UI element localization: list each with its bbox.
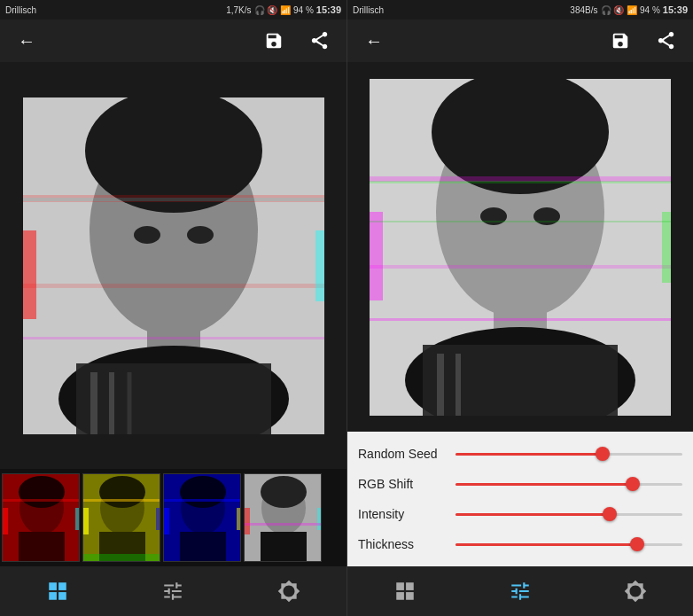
left-panel: [0, 62, 346, 616]
right-time: 15:39: [663, 4, 688, 15]
right-save-button[interactable]: [604, 25, 636, 57]
left-bottom-nav: [0, 566, 346, 616]
svg-rect-66: [370, 221, 671, 222]
right-status-bar: Drillisch 384B/s 🎧 🔇 📶 94 % 15:39: [346, 0, 693, 19]
svg-rect-63: [370, 212, 383, 300]
left-nav-grid[interactable]: [35, 569, 80, 613]
intensity-row: Intensity: [358, 499, 682, 529]
svg-rect-28: [83, 508, 89, 534]
svg-point-6: [187, 226, 214, 244]
left-nav-sliders[interactable]: [151, 569, 195, 613]
svg-rect-8: [23, 284, 324, 288]
svg-point-41: [261, 476, 307, 508]
left-image-area: [0, 62, 346, 469]
svg-rect-48: [49, 592, 57, 600]
right-back-button[interactable]: ←: [358, 25, 390, 57]
svg-rect-69: [396, 592, 404, 600]
svg-rect-16: [23, 337, 324, 339]
thickness-label: Thickness: [358, 537, 447, 551]
svg-rect-47: [58, 582, 66, 590]
thumb-red[interactable]: [2, 473, 80, 562]
controls-panel: Random Seed RGB Shift Intensity: [347, 432, 693, 566]
svg-rect-65: [370, 318, 671, 321]
right-share-button[interactable]: [650, 25, 682, 57]
random-seed-row: Random Seed: [358, 439, 682, 469]
svg-rect-43: [245, 508, 250, 534]
left-status-bar: Drillisch 1,7K/s 🎧 🔇 📶 94 % 15:39: [0, 0, 346, 19]
svg-rect-35: [180, 532, 226, 562]
svg-point-26: [99, 476, 145, 508]
svg-rect-44: [317, 508, 322, 530]
intensity-slider[interactable]: [456, 513, 682, 516]
rgb-shift-row: RGB Shift: [358, 469, 682, 499]
left-toolbar: ←: [0, 19, 346, 62]
svg-rect-20: [19, 532, 65, 562]
svg-rect-14: [23, 230, 36, 319]
left-back-button[interactable]: ←: [11, 25, 43, 57]
left-portrait-svg: [23, 97, 324, 434]
random-seed-label: Random Seed: [358, 447, 447, 461]
left-nav-brightness[interactable]: [267, 569, 311, 613]
svg-point-34: [180, 476, 226, 508]
svg-rect-23: [3, 499, 80, 502]
svg-rect-30: [83, 499, 160, 502]
left-thumbnails: [0, 469, 346, 566]
left-icons: 🎧 🔇 📶: [254, 5, 292, 15]
svg-rect-49: [58, 592, 66, 600]
left-battery: 94 %: [293, 5, 314, 15]
thumb-yellow-img: [83, 474, 160, 562]
left-main-image: [23, 97, 324, 434]
right-image-area: [347, 62, 693, 432]
intensity-label: Intensity: [358, 507, 447, 521]
left-time: 15:39: [316, 4, 341, 15]
svg-rect-38: [164, 499, 241, 502]
svg-rect-29: [156, 508, 160, 530]
thumb-red-img: [3, 474, 80, 562]
right-battery: 94 %: [640, 5, 660, 15]
svg-rect-60: [423, 345, 618, 416]
svg-rect-59: [370, 181, 671, 183]
svg-rect-15: [315, 230, 324, 301]
svg-rect-10: [76, 363, 271, 434]
left-speed: 1,7K/s: [226, 5, 251, 15]
svg-rect-31: [83, 554, 160, 562]
svg-rect-37: [237, 508, 241, 530]
rgb-shift-label: RGB Shift: [358, 477, 447, 491]
svg-rect-67: [396, 582, 404, 590]
svg-rect-9: [23, 198, 324, 201]
svg-rect-22: [75, 508, 80, 530]
right-toolbar: ←: [346, 19, 693, 62]
thumb-blue[interactable]: [163, 473, 241, 562]
right-bottom-nav: [347, 566, 693, 616]
left-save-button[interactable]: [258, 25, 290, 57]
svg-rect-45: [245, 523, 322, 526]
right-carrier: Drillisch: [353, 5, 384, 15]
svg-point-5: [134, 226, 160, 244]
svg-rect-58: [370, 265, 671, 269]
svg-rect-21: [3, 508, 8, 534]
svg-point-19: [19, 476, 65, 508]
left-carrier: Drillisch: [5, 5, 36, 15]
thickness-row: Thickness: [358, 529, 682, 559]
right-nav-sliders[interactable]: [498, 569, 542, 613]
thumb-yellow[interactable]: [82, 473, 160, 562]
svg-rect-68: [406, 582, 414, 590]
svg-rect-36: [164, 508, 169, 534]
random-seed-slider[interactable]: [456, 453, 682, 456]
rgb-shift-slider[interactable]: [456, 483, 682, 486]
thickness-slider[interactable]: [456, 543, 682, 546]
thumb-normal-img: [245, 474, 322, 562]
right-panel: Random Seed RGB Shift Intensity: [346, 62, 693, 616]
right-main-image: [370, 79, 671, 416]
right-icons: 🎧 🔇 📶: [601, 5, 638, 15]
right-nav-grid[interactable]: [383, 569, 427, 613]
thumb-normal[interactable]: [244, 473, 322, 562]
right-portrait-svg: [370, 79, 671, 416]
right-speed: 384B/s: [570, 5, 597, 15]
svg-rect-42: [261, 532, 307, 562]
right-nav-brightness[interactable]: [613, 569, 658, 613]
svg-rect-46: [49, 582, 57, 590]
left-share-button[interactable]: [304, 25, 336, 57]
svg-rect-70: [406, 592, 414, 600]
thumb-blue-img: [164, 474, 241, 562]
